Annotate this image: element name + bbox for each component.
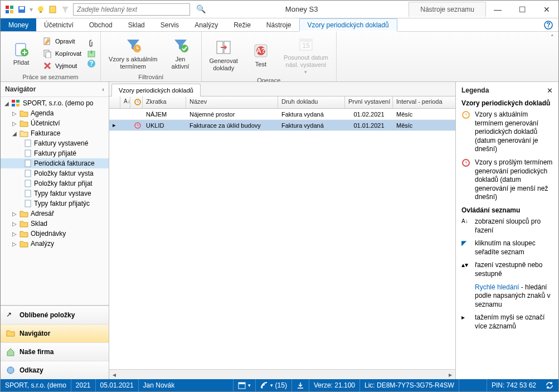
app-icon[interactable] bbox=[5, 5, 14, 14]
legend-close-icon[interactable]: ✕ bbox=[547, 86, 553, 95]
filter-icon[interactable] bbox=[61, 5, 70, 14]
tree-leaf[interactable]: Položky faktur přijat bbox=[1, 178, 109, 188]
stack-odkazy[interactable]: Odkazy bbox=[1, 361, 109, 379]
maximize-button[interactable]: ☐ bbox=[511, 1, 534, 18]
sb-cal-icon[interactable]: ▾ bbox=[234, 379, 256, 391]
tree-root[interactable]: ◢SPORT, s.r.o. (demo po bbox=[1, 98, 109, 108]
legend-panel: Legenda✕ Vzory periodických dokladů Vzor… bbox=[455, 82, 558, 379]
tree-leaf[interactable]: Faktury vystavené bbox=[1, 138, 109, 148]
attach-icon[interactable] bbox=[87, 39, 96, 48]
context-tab[interactable]: Nástroje seznamu bbox=[409, 2, 486, 17]
folder-icon bbox=[20, 210, 28, 217]
sb-verze[interactable]: Verze: 21.100 bbox=[309, 379, 360, 391]
svg-rect-32 bbox=[16, 104, 20, 107]
tree-leaf[interactable]: Typy faktur vystave bbox=[1, 188, 109, 199]
icon-header[interactable] bbox=[130, 96, 143, 108]
stack-oblibene[interactable]: ↗Oblíbené položky bbox=[1, 306, 109, 324]
tree-leaf[interactable]: Faktury přijaté bbox=[1, 148, 109, 158]
sb-sync-icon[interactable] bbox=[541, 379, 558, 391]
export-icon[interactable] bbox=[87, 49, 96, 58]
svg-rect-38 bbox=[25, 190, 31, 197]
svg-rect-29 bbox=[12, 100, 15, 103]
sb-rok[interactable]: 2021 bbox=[71, 379, 96, 391]
page-icon bbox=[24, 139, 32, 147]
sb-download-icon[interactable] bbox=[292, 379, 309, 391]
vzory-aktualni-button[interactable]: Vzory s aktuálním termínem bbox=[105, 36, 161, 71]
collapse-icon[interactable]: ‹ bbox=[102, 86, 104, 93]
folder-open-icon bbox=[20, 129, 28, 137]
stack-firma[interactable]: Naše firma bbox=[1, 342, 109, 361]
table-row[interactable]: NÁJEM Nájemné prostor Faktura vydaná 01.… bbox=[109, 109, 455, 120]
search-icon[interactable]: 🔍 bbox=[196, 4, 206, 13]
ribbon-collapse-icon[interactable]: ˄ bbox=[551, 34, 554, 41]
stack-navigator[interactable]: Navigátor bbox=[1, 324, 109, 342]
menu-obchod[interactable]: Obchod bbox=[81, 18, 120, 31]
tree-item[interactable]: ▷Agenda bbox=[1, 108, 109, 118]
tree-leaf[interactable]: Typy faktur přijatýc bbox=[1, 199, 109, 209]
tree-item[interactable]: ▷Adresář bbox=[1, 209, 109, 219]
tree-leaf[interactable]: Položky faktur vysta bbox=[1, 168, 109, 178]
test-button[interactable]: A? Test bbox=[245, 41, 277, 69]
row-marker-header[interactable] bbox=[109, 96, 120, 108]
grid-body[interactable]: NÁJEM Nájemné prostor Faktura vydaná 01.… bbox=[109, 109, 455, 369]
help-icon[interactable]: ? bbox=[538, 18, 558, 31]
tree-leaf-selected[interactable]: Periodická fakturace bbox=[1, 158, 109, 168]
folder-icon bbox=[6, 329, 15, 338]
col-prvni[interactable]: První vystavení bbox=[345, 96, 393, 108]
add-button[interactable]: Přidat bbox=[5, 39, 37, 67]
folder-icon bbox=[20, 220, 28, 228]
sb-datum[interactable]: 05.01.2021 bbox=[96, 379, 139, 391]
content-tab[interactable]: Vzory periodických dokladů bbox=[111, 84, 201, 96]
search-input[interactable] bbox=[73, 3, 190, 16]
svg-point-47 bbox=[261, 387, 263, 389]
minimize-button[interactable]: — bbox=[486, 1, 509, 18]
sb-lic[interactable]: Lic: DE8M-7Y7S-3G75-R4SW bbox=[360, 379, 459, 391]
info-icon[interactable]: ? bbox=[87, 59, 96, 68]
menu-ucetnictvi[interactable]: Účetnictví bbox=[36, 18, 81, 31]
folder-icon bbox=[20, 119, 28, 127]
menu-servis[interactable]: Servis bbox=[153, 18, 187, 31]
col-nazev[interactable]: Název bbox=[186, 96, 278, 108]
save-icon[interactable] bbox=[17, 5, 26, 14]
menu-sklad[interactable]: Sklad bbox=[120, 18, 153, 31]
col-interval[interactable]: Interval - perioda bbox=[393, 96, 454, 108]
close-button[interactable]: ✕ bbox=[535, 1, 558, 18]
quick-search-link[interactable]: Rychlé hledání bbox=[475, 283, 519, 291]
sb-firma[interactable]: SPORT, s.r.o. (demo bbox=[1, 379, 71, 391]
sb-rss[interactable]: ▾(15) bbox=[256, 379, 292, 391]
horizontal-scrollbar[interactable]: ◂▸ bbox=[109, 369, 455, 379]
sort-header[interactable]: A↓ bbox=[120, 96, 130, 108]
copy-icon bbox=[43, 49, 52, 58]
menu-money[interactable]: Money bbox=[1, 18, 36, 31]
jen-aktivni-button[interactable]: Jen aktivní bbox=[164, 36, 197, 71]
tree-item[interactable]: ▷Účetnictví bbox=[1, 118, 109, 128]
menu-vzory[interactable]: Vzory periodických dokladů bbox=[299, 18, 397, 32]
navigator-tree[interactable]: ◢SPORT, s.r.o. (demo po ▷Agenda ▷Účetnic… bbox=[1, 97, 109, 305]
generovat-button[interactable]: Generovat doklady bbox=[206, 37, 241, 72]
kopirovat-button[interactable]: Kopírovat bbox=[41, 48, 84, 59]
funnel-clock-icon bbox=[124, 37, 142, 55]
sb-pin[interactable]: PIN: 742 53 62 bbox=[487, 379, 541, 391]
page-icon bbox=[24, 149, 32, 157]
tree-item[interactable]: ▷Objednávky bbox=[1, 229, 109, 239]
sb-user[interactable]: Jan Novák bbox=[139, 379, 234, 391]
bulb-icon[interactable] bbox=[36, 5, 45, 14]
tree-item[interactable]: ▷Analýzy bbox=[1, 239, 109, 249]
statusbar: SPORT, s.r.o. (demo 2021 05.01.2021 Jan … bbox=[1, 379, 558, 391]
menu-rezie[interactable]: Režie bbox=[226, 18, 259, 31]
opravit-button[interactable]: Opravit bbox=[41, 36, 84, 47]
posunout-button[interactable]: 15 Posunout datum násl. vystavení ▾ bbox=[280, 34, 332, 76]
tree-item[interactable]: ◢Fakturace bbox=[1, 128, 109, 138]
svg-rect-5 bbox=[20, 7, 24, 9]
svg-rect-34 bbox=[25, 150, 31, 157]
table-row-selected[interactable]: ▸ UKLID Fakturace za úklid budovy Faktur… bbox=[109, 120, 455, 131]
col-druh[interactable]: Druh dokladu bbox=[278, 96, 345, 108]
col-zkratka[interactable]: Zkratka bbox=[143, 96, 186, 108]
menu-nastroje[interactable]: Nástroje bbox=[259, 18, 299, 31]
titlebar: ▾ 🔍 Money S3 Nástroje seznamu — ☐ ✕ bbox=[1, 1, 558, 18]
svg-text:?: ? bbox=[546, 21, 550, 29]
note-icon[interactable] bbox=[48, 5, 57, 14]
tree-item[interactable]: ▷Sklad bbox=[1, 219, 109, 229]
menu-analyzy[interactable]: Analýzy bbox=[187, 18, 226, 31]
vyjmout-button[interactable]: Vyjmout bbox=[41, 60, 84, 71]
